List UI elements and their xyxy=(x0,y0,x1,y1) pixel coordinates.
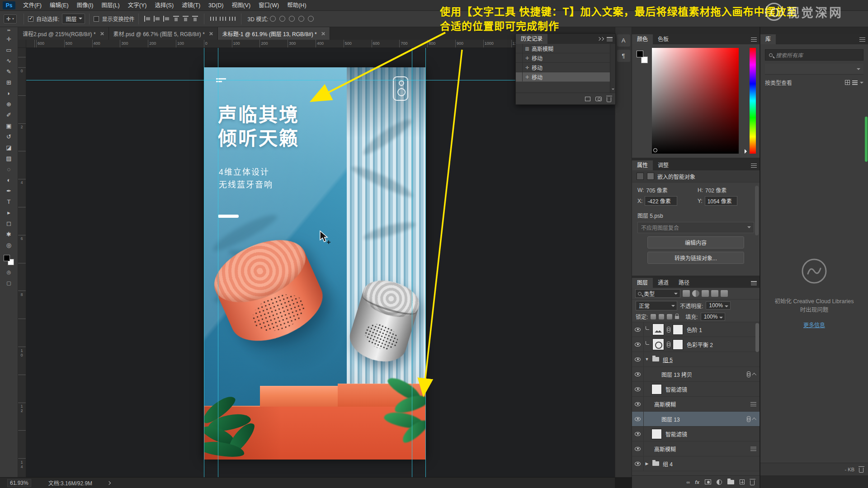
menu-item[interactable]: 编辑(E) xyxy=(46,0,73,11)
lock-all-icon[interactable] xyxy=(675,316,679,319)
panel-menu-icon[interactable] xyxy=(751,38,757,42)
doc-tab-3-active[interactable]: 未标题-1 @ 61.9% (图层 13, RGB/8#) * xyxy=(218,27,330,40)
menu-item[interactable]: 选择(S) xyxy=(151,0,178,11)
doc-tab-2[interactable]: 素材.psd @ 66.7% (图层 5, RGB/8#) * xyxy=(109,27,218,40)
3d-drag-icon[interactable] xyxy=(289,16,295,22)
screen-mode-button[interactable]: ▢ xyxy=(3,277,15,288)
3d-rotate-icon[interactable] xyxy=(270,16,276,22)
layer-row-group5[interactable]: ▼ 组 5 xyxy=(632,352,760,367)
tab-properties[interactable]: 属性 xyxy=(632,160,653,170)
close-icon[interactable] xyxy=(321,32,325,36)
3d-slide-icon[interactable] xyxy=(298,16,304,22)
delete-state-icon[interactable] xyxy=(607,97,611,102)
collapse-effects-icon[interactable] xyxy=(752,417,756,422)
tab-channels[interactable]: 通道 xyxy=(653,278,674,288)
menu-item[interactable]: 视图(V) xyxy=(227,0,255,11)
list-view-icon[interactable] xyxy=(852,80,858,85)
layer-style-icon[interactable]: fx xyxy=(695,479,699,485)
clone-stamp-tool[interactable]: ▣ xyxy=(3,120,15,131)
doc-tab-1[interactable]: 课程2.psd @ 215%(RGB/8#) * xyxy=(18,27,109,40)
eyedropper-tool[interactable]: ◗ xyxy=(3,88,15,99)
visibility-toggle[interactable] xyxy=(632,427,644,441)
character-panel-button[interactable]: A xyxy=(617,34,630,47)
tab-paths[interactable]: 路径 xyxy=(674,278,694,288)
delete-library-item-icon[interactable] xyxy=(859,468,863,473)
filter-mask-thumbnail[interactable] xyxy=(651,384,662,394)
visibility-toggle[interactable] xyxy=(632,337,644,352)
new-layer-icon[interactable] xyxy=(740,479,745,484)
expand-icon[interactable]: ▼ xyxy=(644,357,650,361)
x-field[interactable]: -422 像素 xyxy=(645,196,677,206)
saturation-brightness-field[interactable] xyxy=(652,48,739,154)
brush-tool[interactable]: ✐ xyxy=(3,109,15,120)
quick-mask-button[interactable]: ◎ xyxy=(3,267,15,277)
more-info-link[interactable]: 更多信息 xyxy=(803,321,825,328)
history-scrollbar[interactable] xyxy=(610,44,615,93)
blur-tool[interactable]: ◌ xyxy=(3,164,15,174)
grid-view-icon[interactable] xyxy=(845,80,850,85)
new-snapshot-icon[interactable] xyxy=(595,97,602,101)
layer-row-gaussian-blur[interactable]: 高斯模糊 xyxy=(632,397,760,412)
collapse-effects-icon[interactable] xyxy=(752,372,756,377)
history-item-selected[interactable]: ✛移动 xyxy=(516,72,610,82)
current-tool-preset[interactable]: ✛▾ xyxy=(4,14,17,23)
filter-blending-icon[interactable] xyxy=(750,402,756,406)
hand-tool[interactable]: ✱ xyxy=(3,229,15,239)
panel-menu-icon[interactable] xyxy=(751,164,757,168)
y-field[interactable]: 1054 像素 xyxy=(705,196,737,206)
foreground-background-colors[interactable] xyxy=(3,254,15,267)
lasso-tool[interactable]: ∿ xyxy=(3,55,15,66)
history-source-toggle[interactable] xyxy=(516,72,523,81)
tab-swatches[interactable]: 色板 xyxy=(653,34,674,44)
filter-type-dropdown[interactable]: 类型 xyxy=(635,289,680,298)
layer-row-smart-filters[interactable]: 智能滤镜 xyxy=(632,382,760,397)
zoom-level-field[interactable]: 61.93% xyxy=(7,479,31,487)
menu-item[interactable]: 滤镜(T) xyxy=(178,0,204,11)
edit-contents-button[interactable]: 编辑内容 xyxy=(647,236,744,249)
shape-tool[interactable]: ◻ xyxy=(3,218,15,229)
align-bottom-icon[interactable] xyxy=(192,16,198,22)
history-source-toggle[interactable] xyxy=(516,44,523,53)
layer-row-layer13-copy[interactable]: 图层 13 拷贝 xyxy=(632,367,760,382)
history-source-toggle[interactable] xyxy=(516,53,523,62)
visibility-toggle[interactable] xyxy=(632,322,644,337)
convert-to-linked-button[interactable]: 转换为链接对象... xyxy=(647,252,744,264)
type-tool[interactable]: T xyxy=(3,196,15,207)
window-scrollbar-thumb[interactable] xyxy=(865,117,868,162)
align-right-icon[interactable] xyxy=(163,16,170,22)
filter-mask-thumbnail[interactable] xyxy=(651,429,662,439)
visibility-toggle[interactable] xyxy=(632,382,644,396)
distribute-icon[interactable] xyxy=(210,16,217,22)
background-color-chip[interactable] xyxy=(641,56,648,63)
hue-strip[interactable] xyxy=(750,48,756,154)
foreground-color-chip[interactable] xyxy=(637,51,643,57)
view-by-row[interactable]: 按类型查看 xyxy=(765,79,863,86)
history-item[interactable]: ✛移动 xyxy=(516,63,610,72)
filter-type-layers-icon[interactable] xyxy=(702,290,709,297)
filter-pixel-layers-icon[interactable] xyxy=(683,290,690,297)
expand-icon[interactable]: ▶ xyxy=(644,461,650,466)
menu-item[interactable]: 图层(L) xyxy=(97,0,123,11)
filter-smart-objects-icon[interactable] xyxy=(721,290,728,297)
healing-brush-tool[interactable]: ⊕ xyxy=(3,99,15,109)
filter-blending-icon[interactable] xyxy=(750,447,756,451)
toolbar-collapse-button[interactable]: ▸▸ xyxy=(7,28,10,33)
history-item[interactable]: ✛移动 xyxy=(516,53,610,63)
gradient-tool[interactable]: ▨ xyxy=(3,153,15,164)
lock-pixels-icon[interactable] xyxy=(659,314,664,319)
layer-row-color-balance[interactable]: 色彩平衡 2 xyxy=(632,337,760,352)
history-brush-tool[interactable]: ↺ xyxy=(3,131,15,142)
menu-item[interactable]: 文字(Y) xyxy=(124,0,151,11)
fill-field[interactable]: 100% xyxy=(701,313,726,321)
visibility-toggle[interactable] xyxy=(632,441,644,456)
library-select-dropdown[interactable] xyxy=(765,64,863,75)
foreground-color-chip[interactable] xyxy=(4,255,10,261)
w-value[interactable]: 705 像素 xyxy=(646,186,667,194)
pen-tool[interactable]: ✒ xyxy=(3,185,15,196)
opacity-field[interactable]: 100% xyxy=(706,301,731,310)
eraser-tool[interactable]: ◪ xyxy=(3,142,15,153)
tab-adjustments[interactable]: 调整 xyxy=(653,160,674,170)
panel-menu-icon[interactable] xyxy=(859,38,865,42)
layer-comp-dropdown[interactable]: 不应用图层复合 xyxy=(637,222,754,233)
tab-color[interactable]: 颜色 xyxy=(632,34,653,44)
